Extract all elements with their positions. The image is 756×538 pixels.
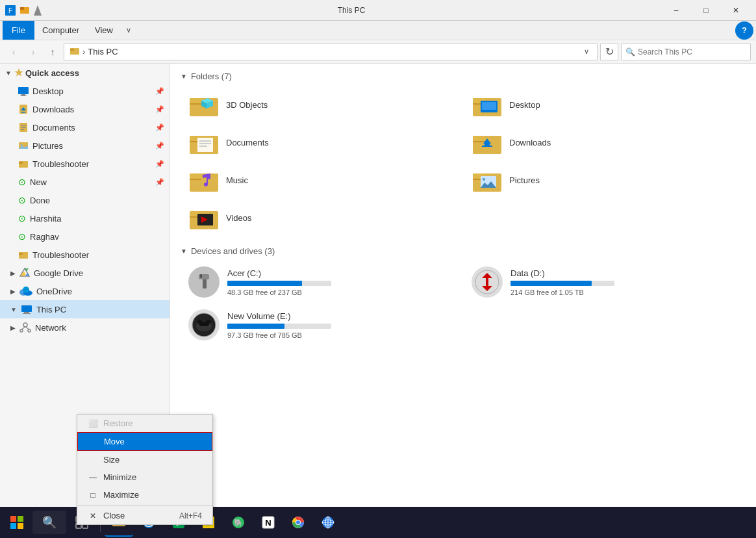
refresh-button[interactable]: ↻ <box>600 44 618 60</box>
svg-text:N: N <box>265 518 271 528</box>
start-button[interactable] <box>3 508 31 537</box>
folder-downloads[interactable]: Downloads <box>464 124 746 160</box>
folder-music-label: Music <box>226 175 248 185</box>
sidebar-item-troubleshooter2[interactable]: Troubleshooter <box>0 246 170 264</box>
search-input[interactable] <box>638 47 729 57</box>
sidebar-item-new[interactable]: ⊙ New 📌 <box>0 173 170 191</box>
maximize-icon: □ <box>88 491 98 500</box>
sidebar-item-downloads[interactable]: Downloads 📌 <box>0 100 170 118</box>
ctx-close[interactable]: ✕ Close Alt+F4 <box>77 507 212 524</box>
restore-icon: ⬜ <box>88 419 98 428</box>
svg-rect-53 <box>197 138 213 152</box>
sidebar-item-documents[interactable]: Documents 📌 <box>0 118 170 136</box>
sidebar-item-done[interactable]: ⊙ Done <box>0 191 170 209</box>
sidebar-quick-access-header[interactable]: ▼ ★ Quick access <box>0 64 170 82</box>
menu-file[interactable]: File <box>3 21 34 40</box>
drive-e-bar <box>227 324 331 329</box>
taskbar-notion[interactable]: N <box>254 508 283 537</box>
this-pc-icon <box>21 304 32 314</box>
drive-d-name: Data (D:) <box>510 268 738 278</box>
svg-rect-65 <box>190 173 201 179</box>
folder-3d-label: 3D Objects <box>226 100 268 110</box>
address-path[interactable]: › This PC ∨ <box>64 44 598 60</box>
drive-e[interactable]: New Volume (E:) 97.3 GB free of 785 GB <box>181 304 462 346</box>
sidebar-onedrive-label: OneDrive <box>36 287 72 296</box>
sidebar-item-harshita[interactable]: ⊙ Harshita <box>0 209 170 227</box>
taskbar-evernote[interactable]: 🐘 <box>224 508 253 537</box>
taskbar-search[interactable]: 🔍 <box>32 511 66 534</box>
path-dropdown[interactable]: ∨ <box>581 47 592 56</box>
taskbar-chrome[interactable] <box>284 508 312 537</box>
svg-rect-41 <box>190 98 201 103</box>
svg-marker-4 <box>34 5 42 16</box>
ctx-move[interactable]: Move <box>77 432 212 451</box>
drive-c-name: Acer (C:) <box>227 268 455 278</box>
taskbar-network[interactable] <box>314 508 342 537</box>
sidebar-item-troubleshooter1[interactable]: Troubleshooter 📌 <box>0 155 170 173</box>
svg-point-70 <box>483 178 485 181</box>
sidebar-item-desktop[interactable]: Desktop 📌 <box>0 82 170 100</box>
done-icon: ⊙ <box>18 195 26 205</box>
folder-videos[interactable]: Videos <box>181 199 462 236</box>
folder-pictures[interactable]: Pictures <box>464 162 746 198</box>
sidebar-item-network[interactable]: ▶ Network <box>0 318 170 337</box>
sidebar-item-google-drive[interactable]: ▶ Google Drive <box>0 264 170 282</box>
ctx-minimize[interactable]: — Minimize <box>77 468 212 486</box>
folder-videos-label: Videos <box>226 213 252 223</box>
sidebar-item-this-pc[interactable]: ▼ This PC <box>0 300 170 318</box>
svg-text:🐘: 🐘 <box>234 518 243 527</box>
folder-documents[interactable]: Documents <box>181 124 462 160</box>
folder-music[interactable]: Music <box>181 162 462 198</box>
content-area: ▼ Folders (7) 3D Objects <box>170 64 756 519</box>
sidebar-troubleshooter2-label: Troubleshooter <box>32 250 89 260</box>
drives-section-header[interactable]: ▼ Devices and drives (3) <box>181 244 746 261</box>
svg-point-35 <box>20 329 23 332</box>
svg-rect-23 <box>19 253 23 255</box>
pin-icon: 📌 <box>155 160 164 168</box>
drive-d-bar-fill <box>510 281 592 286</box>
downloads-icon <box>18 104 29 114</box>
sidebar-item-pictures[interactable]: Pictures 📌 <box>0 136 170 155</box>
google-drive-icon <box>19 268 30 278</box>
svg-rect-3 <box>20 7 24 10</box>
ctx-size[interactable]: Size <box>77 451 212 468</box>
chevron-down-icon: ▼ <box>5 70 12 77</box>
sidebar-item-onedrive[interactable]: ▶ OneDrive <box>0 282 170 300</box>
titlebar-app-icons: F <box>5 5 42 16</box>
svg-rect-6 <box>70 49 74 51</box>
minimize-button[interactable]: – <box>661 0 691 21</box>
folders-section-header[interactable]: ▼ Folders (7) <box>181 69 746 86</box>
maximize-button[interactable]: □ <box>691 0 721 21</box>
drive-d[interactable]: Data (D:) 214 GB free of 1.05 TB <box>464 261 746 303</box>
svg-rect-33 <box>23 313 31 314</box>
sidebar-item-raghav[interactable]: ⊙ Raghav <box>0 227 170 246</box>
addressbar: ‹ › ↑ › This PC ∨ ↻ 🔍 <box>0 40 756 64</box>
help-button[interactable]: ? <box>735 21 753 40</box>
search-icon: 🔍 <box>625 47 635 57</box>
titlebar: F This PC – □ ✕ <box>0 0 756 21</box>
folder-grid: 3D Objects Desktop <box>181 86 746 236</box>
folder-icon <box>18 159 29 169</box>
svg-rect-54 <box>199 140 211 142</box>
drive-d-free: 214 GB free of 1.05 TB <box>510 288 738 296</box>
drive-c[interactable]: Acer (C:) 48.3 GB free of 237 GB <box>181 261 462 303</box>
folder-desktop[interactable]: Desktop <box>464 86 746 123</box>
back-button[interactable]: ‹ <box>5 44 22 60</box>
sidebar-pictures-label: Pictures <box>32 141 63 151</box>
menu-view[interactable]: View <box>87 23 121 38</box>
folder-3d-objects[interactable]: 3D Objects <box>181 86 462 123</box>
menu-computer[interactable]: Computer <box>34 23 87 38</box>
search-box[interactable]: 🔍 <box>621 44 751 60</box>
up-button[interactable]: ↑ <box>44 44 61 60</box>
menu-chevron[interactable]: ∨ <box>126 26 131 34</box>
raghav-icon: ⊙ <box>18 231 26 242</box>
close-button[interactable]: ✕ <box>721 0 751 21</box>
new-icon: ⊙ <box>18 177 26 187</box>
pin-icon: 📌 <box>155 87 164 96</box>
ctx-restore[interactable]: ⬜ Restore <box>77 415 212 432</box>
forward-button[interactable]: › <box>25 44 42 60</box>
ctx-maximize[interactable]: □ Maximize <box>77 486 212 504</box>
drive-d-info: Data (D:) 214 GB free of 1.05 TB <box>510 268 738 296</box>
network-icon <box>19 322 31 333</box>
ctx-close-label: Close <box>103 511 125 520</box>
